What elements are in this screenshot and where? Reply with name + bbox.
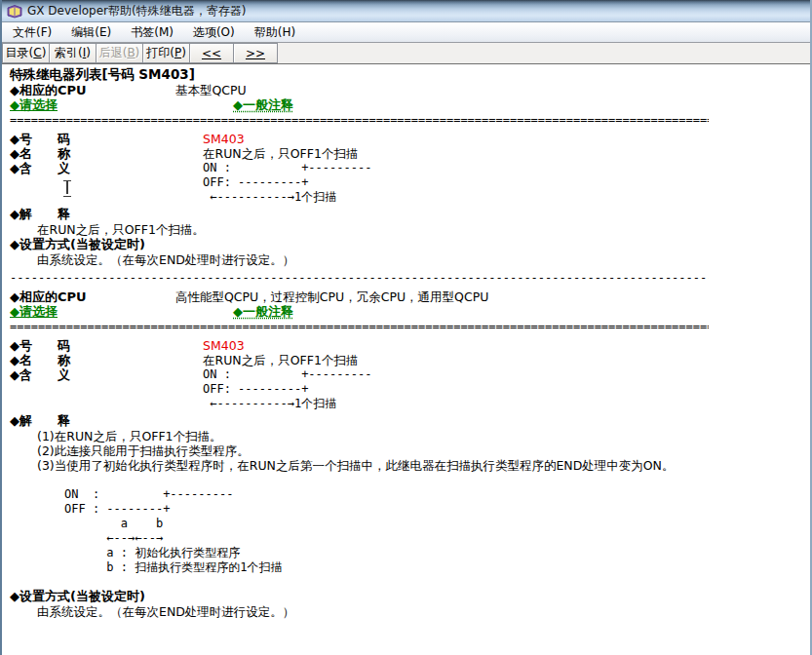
- titlebar[interactable]: GX Developer帮助(特殊继电器，寄存器): [2, 0, 810, 22]
- name-row-1: ◆名 称 在RUN之后，只OFF1个扫描: [10, 146, 810, 161]
- explain-item-2: (2)此连接只能用于扫描执行类型程序。: [10, 443, 810, 458]
- meaning-row-2: ◆含 义 ON : +--------- OFF: ---------+ ←--…: [10, 367, 810, 411]
- relay-name: 在RUN之后，只OFF1个扫描: [203, 353, 358, 367]
- cpu-value: 基本型QCPU: [175, 83, 247, 97]
- links-row-1: ◆请选择 ◆一般注释: [10, 97, 810, 112]
- separator-double: ========================================…: [10, 321, 709, 333]
- setting-text-2: 由系统设定。（在每次END处理时进行设定。）: [10, 604, 810, 619]
- menubar: 文件(F) 编辑(E) 书签(M) 选项(O) 帮助(H): [2, 22, 810, 43]
- toolbar-back-button: 后退(B): [96, 43, 143, 63]
- menu-options[interactable]: 选项(O): [183, 22, 245, 43]
- help-content: 特殊继电器列表[号码 SM403] ◆相应的CPU 基本型QCPU ◆请选择 ◆…: [2, 64, 810, 619]
- toolbar: 目录(C) 索引(I) 后退(B) 打印(P) << >>: [2, 43, 810, 64]
- select-link[interactable]: ◆请选择: [10, 304, 58, 319]
- explain-item-3: (3)当使用了初始化执行类型程序时，在RUN之后第一个扫描中，此继电器在扫描执行…: [10, 458, 810, 473]
- number-row-2: ◆号 码 SM403: [10, 338, 810, 353]
- links-row-2: ◆请选择 ◆一般注释: [10, 304, 810, 319]
- toolbar-prev-button[interactable]: <<: [189, 43, 234, 63]
- cpu-value: 高性能型QCPU，过程控制CPU，冗余CPU，通用型QCPU: [175, 289, 488, 304]
- relay-name: 在RUN之后，只OFF1个扫描: [203, 146, 358, 161]
- cpu-label: ◆相应的CPU: [10, 289, 175, 304]
- diagram-off-line: OFF : --------+: [64, 502, 810, 517]
- diagram-ab-labels: a b: [64, 517, 810, 531]
- diagram-off-line: OFF: ---------+: [203, 382, 371, 397]
- separator-double: ========================================…: [10, 114, 709, 127]
- explain-heading-2: ◆解 释: [10, 413, 810, 429]
- meaning-row-1: ◆含 义 ON : +--------- OFF: ---------+ ←--…: [10, 161, 810, 205]
- relay-number: SM403: [203, 338, 245, 353]
- relay-number: SM403: [203, 132, 245, 146]
- number-row-1: ◆号 码 SM403: [10, 132, 810, 146]
- number-label: ◆号 码: [10, 132, 203, 146]
- window-title: GX Developer帮助(特殊继电器，寄存器): [27, 3, 246, 19]
- explain-heading-1: ◆解 释: [10, 207, 810, 222]
- number-label: ◆号 码: [10, 338, 203, 353]
- diagram-off-line: OFF: ---------+: [203, 175, 371, 190]
- select-link[interactable]: ◆请选择: [10, 97, 58, 112]
- toolbar-print-button[interactable]: 打印(P): [142, 43, 190, 63]
- diagram-arrows-line: ←--→←--→: [64, 531, 810, 546]
- page-title: 特殊继电器列表[号码 SM403]: [10, 66, 810, 83]
- diagram-arrow-line: ←----------→1个扫描: [203, 190, 371, 205]
- cpu-label: ◆相应的CPU: [10, 83, 175, 97]
- meaning-label: ◆含 义: [10, 367, 203, 411]
- menu-edit[interactable]: 编辑(E): [61, 22, 121, 43]
- meaning-label: ◆含 义: [10, 161, 203, 205]
- diagram-legend-a: a : 初始化执行类型程序: [64, 546, 810, 560]
- name-label: ◆名 称: [10, 146, 203, 161]
- explain-item-1: (1)在RUN之后，只OFF1个扫描。: [10, 429, 810, 443]
- toolbar-contents-button[interactable]: 目录(C): [2, 43, 50, 63]
- setting-heading-1: ◆设置方式(当被设定时): [10, 237, 810, 252]
- general-note-link[interactable]: ◆一般注释: [233, 304, 293, 319]
- explain-text-1: 在RUN之后，只OFF1个扫描。: [10, 222, 810, 237]
- setting-heading-2: ◆设置方式(当被设定时): [10, 589, 810, 604]
- diagram-on-line: ON : +---------: [203, 367, 371, 382]
- general-note-link[interactable]: ◆一般注释: [233, 97, 293, 112]
- diagram-legend-b: b : 扫描执行类型程序的1个扫描: [64, 560, 810, 575]
- help-window: GX Developer帮助(特殊继电器，寄存器) 文件(F) 编辑(E) 书签…: [0, 0, 812, 655]
- help-book-icon[interactable]: [7, 4, 22, 19]
- diagram-on-line: ON : +---------: [64, 487, 810, 502]
- toolbar-index-button[interactable]: 索引(I): [49, 43, 97, 63]
- name-row-2: ◆名 称 在RUN之后，只OFF1个扫描: [10, 353, 810, 367]
- diagram-on-line: ON : +---------: [203, 161, 371, 175]
- menu-file[interactable]: 文件(F): [3, 22, 61, 43]
- cpu-row-1: ◆相应的CPU 基本型QCPU: [10, 83, 810, 97]
- diagram-arrow-line: ←----------→1个扫描: [203, 397, 371, 411]
- separator-dashed: ----------------------------------------…: [10, 272, 709, 285]
- menu-bookmark[interactable]: 书签(M): [121, 22, 183, 43]
- toolbar-next-button[interactable]: >>: [233, 43, 278, 63]
- cpu-row-2: ◆相应的CPU 高性能型QCPU，过程控制CPU，冗余CPU，通用型QCPU: [10, 289, 810, 304]
- setting-text-1: 由系统设定。（在每次END处理时进行设定。）: [10, 252, 810, 267]
- timing-diagram-2: ON : +--------- OFF: ---------+ ←-------…: [203, 367, 371, 411]
- timing-diagram-1: ON : +--------- OFF: ---------+ ←-------…: [203, 161, 371, 205]
- name-label: ◆名 称: [10, 353, 203, 367]
- menu-help[interactable]: 帮助(H): [245, 22, 305, 43]
- timing-diagram-3: ON : +--------- OFF : --------+ a b ←--→…: [64, 487, 810, 575]
